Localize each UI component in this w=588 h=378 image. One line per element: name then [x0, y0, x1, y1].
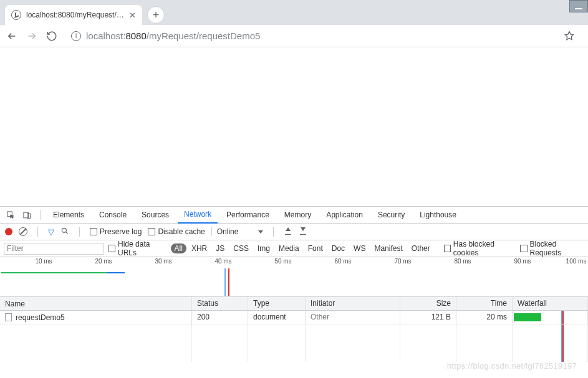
bookmark-star-icon[interactable]: [563, 30, 576, 42]
type-filter-media[interactable]: Media: [275, 243, 303, 253]
tab-security[interactable]: Security: [372, 207, 411, 224]
tab-memory[interactable]: Memory: [278, 207, 317, 224]
tab-performance[interactable]: Performance: [220, 207, 276, 224]
col-initiator[interactable]: Initiator: [306, 297, 400, 310]
network-table-header: Name Status Type Initiator Size Time Wat…: [0, 297, 588, 311]
request-size: 121 B: [400, 311, 456, 324]
request-status: 200: [192, 311, 248, 324]
forward-button[interactable]: [25, 29, 39, 43]
table-empty-area: [0, 324, 588, 362]
col-type[interactable]: Type: [248, 297, 306, 310]
type-filter-font[interactable]: Font: [304, 243, 327, 253]
tab-title: localhost:8080/myRequest/req: [26, 11, 124, 19]
svg-point-3: [62, 228, 66, 232]
col-status[interactable]: Status: [192, 297, 248, 310]
devtools-panel: Elements Console Sources Network Perform…: [0, 206, 588, 362]
throttling-select[interactable]: Online: [211, 227, 264, 236]
hide-data-urls-checkbox[interactable]: Hide data URLs: [108, 240, 166, 257]
tab-sources[interactable]: Sources: [135, 207, 175, 224]
svg-rect-1: [23, 212, 28, 218]
type-filter-ws[interactable]: WS: [350, 243, 369, 253]
tab-elements[interactable]: Elements: [47, 207, 90, 224]
col-name[interactable]: Name: [0, 297, 192, 310]
type-filter-list: All XHR JS CSS Img Media Font Doc WS Man…: [171, 243, 434, 253]
download-har-icon[interactable]: [299, 227, 307, 236]
type-filter-manifest[interactable]: Manifest: [370, 243, 406, 253]
filter-toggle-icon[interactable]: ▽: [48, 227, 54, 237]
close-tab-icon[interactable]: ✕: [129, 11, 136, 20]
blocked-requests-checkbox[interactable]: Blocked Requests: [520, 240, 584, 257]
search-icon[interactable]: [60, 227, 69, 237]
document-icon: [5, 313, 12, 321]
tab-network[interactable]: Network: [178, 207, 218, 224]
upload-har-icon[interactable]: [284, 227, 292, 236]
page-viewport: [0, 47, 588, 206]
disable-cache-checkbox[interactable]: Disable cache: [148, 227, 205, 236]
tab-strip: localhost:8080/myRequest/req ✕ +: [0, 0, 588, 25]
request-type: document: [248, 311, 306, 324]
request-waterfall: [513, 311, 588, 324]
url-text: localhost:8080/myRequest/requestDemo5: [86, 31, 260, 41]
table-row[interactable]: requestDemo5 200 document Other 121 B 20…: [0, 311, 588, 324]
request-time: 20 ms: [456, 311, 513, 324]
request-initiator: Other: [306, 311, 400, 324]
network-toolbar: ▽ Preserve log Disable cache Online: [0, 224, 588, 240]
col-time[interactable]: Time: [456, 297, 513, 310]
network-overview[interactable]: 10 ms 20 ms 30 ms 40 ms 50 ms 60 ms 70 m…: [0, 257, 588, 297]
type-filter-img[interactable]: Img: [254, 243, 274, 253]
tab-application[interactable]: Application: [320, 207, 369, 224]
watermark-text: https://blog.csdn.net/lgl782519197: [447, 361, 577, 371]
address-bar: i localhost:8080/myRequest/requestDemo5: [0, 25, 588, 47]
tab-lighthouse[interactable]: Lighthouse: [413, 207, 463, 224]
type-filter-doc[interactable]: Doc: [328, 243, 349, 253]
overview-scale: 10 ms 20 ms 30 ms 40 ms 50 ms 60 ms 70 m…: [0, 257, 588, 267]
browser-tab[interactable]: localhost:8080/myRequest/req ✕: [5, 5, 142, 25]
back-button[interactable]: [5, 29, 19, 43]
type-filter-all[interactable]: All: [171, 243, 186, 253]
inspect-element-icon[interactable]: [4, 208, 17, 222]
device-toolbar-icon[interactable]: [20, 208, 34, 222]
url-box[interactable]: i localhost:8080/myRequest/requestDemo5: [71, 31, 557, 41]
reload-button[interactable]: [45, 29, 59, 43]
type-filter-xhr[interactable]: XHR: [188, 243, 211, 253]
clear-button[interactable]: [19, 227, 27, 236]
favicon-globe-icon: [11, 10, 21, 20]
devtools-tabs: Elements Console Sources Network Perform…: [0, 207, 588, 224]
new-tab-button[interactable]: +: [147, 6, 165, 24]
preserve-log-checkbox[interactable]: Preserve log: [90, 227, 142, 236]
request-name: requestDemo5: [16, 313, 65, 322]
type-filter-other[interactable]: Other: [408, 243, 434, 253]
has-blocked-cookies-checkbox[interactable]: Has blocked cookies: [444, 240, 516, 257]
chevron-down-icon: [258, 230, 263, 234]
filter-input[interactable]: [4, 243, 104, 255]
type-filter-js[interactable]: JS: [212, 243, 228, 253]
tab-console[interactable]: Console: [93, 207, 133, 224]
record-button[interactable]: [5, 228, 12, 235]
window-minimize-button[interactable]: [569, 0, 588, 12]
col-size[interactable]: Size: [400, 297, 456, 310]
network-filter-bar: Hide data URLs All XHR JS CSS Img Media …: [0, 240, 588, 257]
site-info-icon[interactable]: i: [71, 31, 81, 41]
col-waterfall[interactable]: Waterfall: [513, 297, 588, 310]
type-filter-css[interactable]: CSS: [229, 243, 253, 253]
